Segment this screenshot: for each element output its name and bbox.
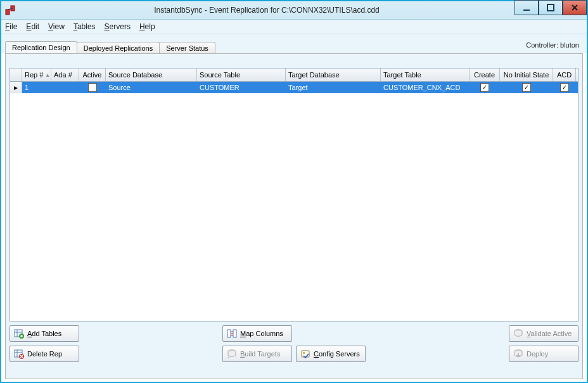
table-delete-icon bbox=[14, 349, 24, 359]
col-header-ada[interactable]: Ada # bbox=[51, 68, 79, 81]
cell-tgttbl[interactable]: CUSTOMER_CNX_ACD bbox=[381, 82, 470, 93]
col-header-active[interactable]: Active bbox=[79, 68, 106, 81]
controller-label: Controller: bluton bbox=[526, 41, 579, 49]
build-targets-icon bbox=[227, 349, 237, 359]
add-tables-button[interactable]: Add Tables bbox=[10, 325, 79, 342]
delete-rep-button[interactable]: Delete Rep bbox=[10, 346, 79, 362]
col-header-tgtdb[interactable]: Target Database bbox=[286, 68, 381, 81]
svg-rect-2 bbox=[523, 10, 530, 11]
active-checkbox[interactable] bbox=[88, 83, 97, 92]
svg-rect-16 bbox=[303, 352, 305, 354]
cell-noinit[interactable] bbox=[500, 82, 553, 93]
col-header-srctbl[interactable]: Source Table bbox=[197, 68, 286, 81]
tab-replication-design[interactable]: Replication Design bbox=[5, 41, 77, 53]
window-title: InstantdbSync - Event Replication for C:… bbox=[19, 6, 514, 15]
deploy-button[interactable]: Deploy bbox=[509, 346, 578, 362]
cell-srctbl[interactable]: CUSTOMER bbox=[197, 82, 286, 93]
minimize-button[interactable] bbox=[514, 0, 539, 15]
menu-bar: File Edit View Tables Servers Help bbox=[1, 20, 587, 34]
grid-corner bbox=[10, 68, 22, 81]
grid-body: ▸ 1 Source CUSTOMER Target CUSTOMER_CNX_… bbox=[10, 82, 578, 321]
tab-strip: Replication Design Deployed Replications… bbox=[1, 34, 587, 53]
col-header-tgttbl[interactable]: Target Table bbox=[381, 68, 470, 81]
cell-tgtdb[interactable]: Target bbox=[286, 82, 381, 93]
cell-create[interactable] bbox=[470, 82, 500, 93]
col-header-rep[interactable]: Rep #▲ bbox=[22, 68, 51, 81]
acd-checkbox[interactable] bbox=[560, 83, 569, 92]
create-checkbox[interactable] bbox=[480, 83, 489, 92]
window-controls bbox=[514, 1, 587, 19]
menu-edit[interactable]: Edit bbox=[26, 22, 39, 31]
deploy-icon bbox=[513, 349, 523, 359]
maximize-button[interactable] bbox=[539, 0, 563, 15]
svg-rect-0 bbox=[6, 10, 10, 15]
title-bar: InstantdbSync - Event Replication for C:… bbox=[1, 1, 587, 20]
cell-srcdb[interactable]: Source bbox=[106, 82, 197, 93]
validate-active-button[interactable]: Validate Active bbox=[509, 325, 578, 342]
sort-asc-icon: ▲ bbox=[45, 72, 50, 78]
close-button[interactable] bbox=[563, 0, 587, 15]
svg-rect-13 bbox=[233, 330, 236, 337]
table-add-icon bbox=[14, 328, 24, 339]
grid-header: Rep #▲ Ada # Active Source Database Sour… bbox=[10, 68, 578, 82]
cell-acd[interactable] bbox=[553, 82, 576, 93]
tab-server-status[interactable]: Server Status bbox=[159, 42, 215, 54]
config-servers-button[interactable]: Config Servers bbox=[296, 346, 366, 362]
app-icon bbox=[5, 5, 15, 15]
col-header-noinit[interactable]: No Initial State bbox=[500, 68, 553, 81]
config-servers-icon bbox=[300, 349, 310, 359]
col-header-acd[interactable]: ACD bbox=[553, 68, 576, 81]
table-row[interactable]: ▸ 1 Source CUSTOMER Target CUSTOMER_CNX_… bbox=[10, 82, 578, 93]
menu-file[interactable]: File bbox=[5, 22, 17, 31]
build-targets-button[interactable]: Build Targets bbox=[222, 346, 292, 362]
cell-active[interactable] bbox=[79, 82, 106, 93]
map-columns-button[interactable]: Map Columns bbox=[222, 325, 292, 342]
menu-servers[interactable]: Servers bbox=[105, 22, 131, 31]
app-window: InstantdbSync - Event Replication for C:… bbox=[0, 0, 588, 383]
col-header-create[interactable]: Create bbox=[470, 68, 500, 81]
cell-ada[interactable] bbox=[51, 82, 79, 93]
replication-grid[interactable]: Rep #▲ Ada # Active Source Database Sour… bbox=[10, 68, 578, 321]
tab-panel: Rep #▲ Ada # Active Source Database Sour… bbox=[5, 53, 583, 379]
validate-icon bbox=[513, 328, 523, 339]
button-area: Add Tables Delete Rep Map Columns Build … bbox=[6, 321, 582, 366]
menu-view[interactable]: View bbox=[48, 22, 65, 31]
menu-help[interactable]: Help bbox=[139, 22, 155, 31]
col-header-srcdb[interactable]: Source Database bbox=[106, 68, 197, 81]
row-indicator-icon: ▸ bbox=[10, 82, 22, 93]
cell-rep[interactable]: 1 bbox=[22, 82, 51, 93]
svg-rect-12 bbox=[227, 330, 231, 337]
svg-rect-3 bbox=[547, 4, 554, 11]
noinit-checkbox[interactable] bbox=[522, 83, 531, 92]
menu-tables[interactable]: Tables bbox=[74, 22, 96, 31]
tab-deployed-replications[interactable]: Deployed Replications bbox=[77, 42, 160, 54]
map-columns-icon bbox=[227, 328, 237, 339]
